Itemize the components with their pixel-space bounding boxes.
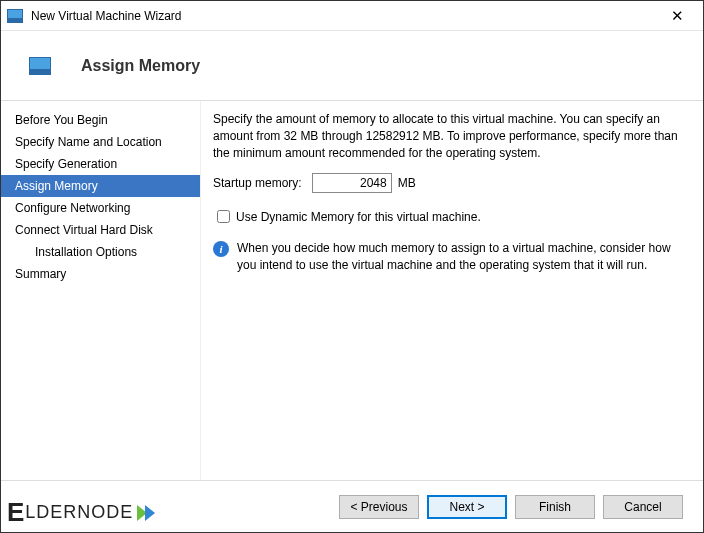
sidebar-step-configure-networking[interactable]: Configure Networking xyxy=(1,197,200,219)
wizard-body: Before You BeginSpecify Name and Locatio… xyxy=(1,101,703,480)
startup-memory-row: Startup memory: MB xyxy=(213,173,687,193)
svg-marker-1 xyxy=(145,505,155,521)
startup-memory-unit: MB xyxy=(398,176,416,190)
wizard-window: New Virtual Machine Wizard ✕ Assign Memo… xyxy=(0,0,704,533)
wizard-steps-sidebar: Before You BeginSpecify Name and Locatio… xyxy=(1,101,201,480)
description-text: Specify the amount of memory to allocate… xyxy=(213,111,687,161)
wizard-header: Assign Memory xyxy=(1,31,703,101)
startup-memory-label: Startup memory: xyxy=(213,176,302,190)
close-icon[interactable]: ✕ xyxy=(657,2,697,30)
titlebar: New Virtual Machine Wizard ✕ xyxy=(1,1,703,31)
sidebar-step-connect-virtual-hard-disk[interactable]: Connect Virtual Hard Disk xyxy=(1,219,200,241)
dynamic-memory-checkbox[interactable] xyxy=(217,210,230,223)
sidebar-step-installation-options[interactable]: Installation Options xyxy=(1,241,200,263)
window-title: New Virtual Machine Wizard xyxy=(31,9,182,23)
sidebar-step-specify-name-and-location[interactable]: Specify Name and Location xyxy=(1,131,200,153)
monitor-icon xyxy=(29,57,51,75)
page-title: Assign Memory xyxy=(81,57,200,75)
info-icon: i xyxy=(213,241,229,257)
watermark-arrow-icon xyxy=(135,500,161,526)
watermark-rest: LDERNODE xyxy=(25,502,133,523)
next-button[interactable]: Next > xyxy=(427,495,507,519)
sidebar-step-summary[interactable]: Summary xyxy=(1,263,200,285)
app-icon xyxy=(7,9,23,23)
watermark-first: E xyxy=(7,497,24,528)
finish-button[interactable]: Finish xyxy=(515,495,595,519)
previous-button[interactable]: < Previous xyxy=(339,495,419,519)
watermark-logo: E LDERNODE xyxy=(7,497,161,528)
info-text: When you decide how much memory to assig… xyxy=(237,240,687,274)
wizard-footer: E LDERNODE < Previous Next > Finish Canc… xyxy=(1,480,703,532)
cancel-button[interactable]: Cancel xyxy=(603,495,683,519)
sidebar-step-specify-generation[interactable]: Specify Generation xyxy=(1,153,200,175)
dynamic-memory-row: Use Dynamic Memory for this virtual mach… xyxy=(213,207,687,226)
dynamic-memory-label: Use Dynamic Memory for this virtual mach… xyxy=(236,210,481,224)
sidebar-step-before-you-begin[interactable]: Before You Begin xyxy=(1,109,200,131)
wizard-content: Specify the amount of memory to allocate… xyxy=(201,101,703,480)
info-row: i When you decide how much memory to ass… xyxy=(213,240,687,274)
startup-memory-input[interactable] xyxy=(312,173,392,193)
sidebar-step-assign-memory[interactable]: Assign Memory xyxy=(1,175,200,197)
